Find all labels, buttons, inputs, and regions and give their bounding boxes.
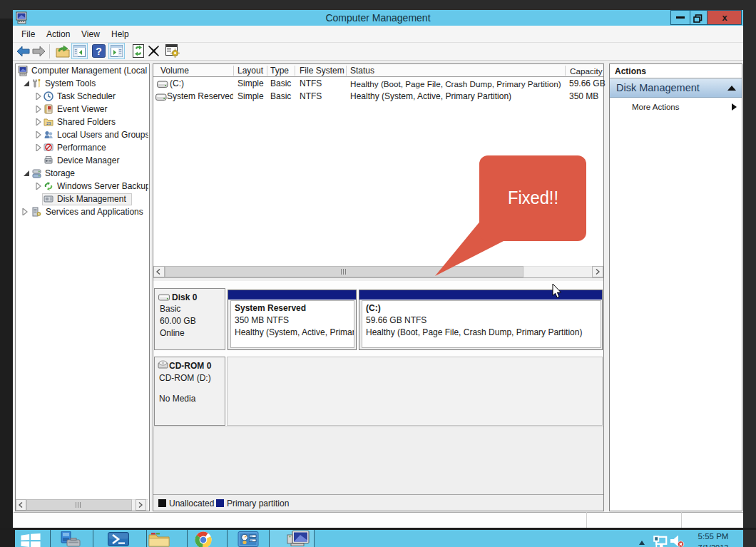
svg-text:23: 23 — [46, 121, 51, 126]
svg-text:?: ? — [96, 46, 102, 57]
svg-text:Fixed!!: Fixed!! — [508, 187, 558, 208]
